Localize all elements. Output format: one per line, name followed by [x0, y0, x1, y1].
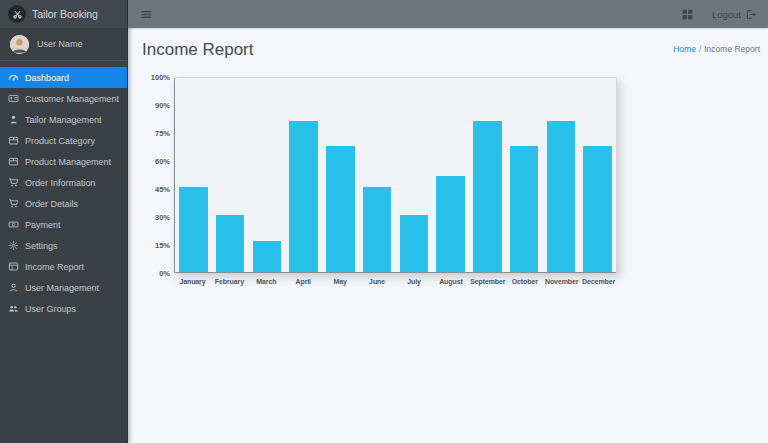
- cart-icon: [8, 177, 19, 188]
- bar-slot: [175, 78, 212, 272]
- sidebar-menu: DashboardCustomer ManagementTailor Manag…: [0, 61, 127, 325]
- breadcrumb: Home/Income Report: [673, 44, 760, 54]
- dashboard-icon: [8, 72, 19, 83]
- y-axis-tick: 75%: [155, 129, 170, 138]
- logout-button[interactable]: Logout: [712, 9, 756, 20]
- page-title: Income Report: [142, 40, 254, 60]
- x-axis-label: May: [322, 278, 359, 285]
- x-axis-label: December: [580, 278, 617, 285]
- y-axis-tick: 90%: [155, 101, 170, 110]
- bar-slot: [249, 78, 286, 272]
- bar-slot: [579, 78, 616, 272]
- box-icon: [8, 156, 19, 167]
- tailor-icon: [8, 114, 19, 125]
- logout-icon: [745, 9, 756, 20]
- sidebar-item-product-category[interactable]: Product Category: [0, 130, 127, 151]
- bar-slot: [469, 78, 506, 272]
- bar-slot: [212, 78, 249, 272]
- report-icon: [8, 261, 19, 272]
- sidebar-item-label: User Management: [25, 283, 99, 293]
- gear-icon: [8, 240, 19, 251]
- x-axis-label: October: [506, 278, 543, 285]
- sidebar-item-tailor-management[interactable]: Tailor Management: [0, 109, 127, 130]
- breadcrumb-home-link[interactable]: Home: [673, 44, 696, 54]
- sidebar-item-label: Payment: [25, 220, 61, 230]
- chart-plot-area: [174, 77, 617, 273]
- sidebar-item-order-details[interactable]: Order Details: [0, 193, 127, 214]
- bar-slot: [506, 78, 543, 272]
- bar-august: [436, 176, 465, 272]
- sidebar-item-label: Income Report: [25, 262, 84, 272]
- sidebar-item-label: User Groups: [25, 304, 76, 314]
- bar-slot: [396, 78, 433, 272]
- y-axis: 0%15%30%45%60%75%90%100%: [140, 77, 170, 273]
- y-axis-tick: 60%: [155, 157, 170, 166]
- sidebar-item-label: Product Category: [25, 136, 95, 146]
- bar-september: [473, 121, 502, 273]
- bar-march: [253, 241, 282, 272]
- sidebar-item-user-management[interactable]: User Management: [0, 277, 127, 298]
- hamburger-icon[interactable]: [140, 8, 153, 21]
- sidebar-item-label: Order Details: [25, 199, 78, 209]
- sidebar-item-label: Product Management: [25, 157, 111, 167]
- sidebar-item-product-management[interactable]: Product Management: [0, 151, 127, 172]
- app-title: Tailor Booking: [32, 8, 98, 20]
- money-icon: [8, 219, 19, 230]
- main-area: Logout Income Report Home/Income Report …: [128, 0, 768, 443]
- bar-december: [583, 146, 612, 272]
- sidebar-item-customer-management[interactable]: Customer Management: [0, 88, 127, 109]
- bar-april: [289, 121, 318, 273]
- x-axis-label: July: [396, 278, 433, 285]
- x-axis-label: September: [469, 278, 506, 285]
- bar-may: [326, 146, 355, 272]
- avatar: [10, 35, 29, 54]
- y-axis-tick: 100%: [151, 73, 170, 82]
- grid-icon[interactable]: [681, 8, 694, 21]
- sidebar-item-user-groups[interactable]: User Groups: [0, 298, 127, 319]
- bar-slot: [285, 78, 322, 272]
- x-axis-label: November: [543, 278, 580, 285]
- bar-july: [400, 215, 429, 272]
- sidebar-item-payment[interactable]: Payment: [0, 214, 127, 235]
- bar-slot: [432, 78, 469, 272]
- sidebar-item-settings[interactable]: Settings: [0, 235, 127, 256]
- breadcrumb-current: Income Report: [704, 44, 760, 54]
- sidebar-item-label: Order Information: [25, 178, 96, 188]
- content-header: Income Report Home/Income Report: [140, 36, 762, 60]
- box-icon: [8, 135, 19, 146]
- x-axis: JanuaryFebruaryMarchAprilMayJuneJulyAugu…: [174, 278, 617, 285]
- x-axis-label: March: [248, 278, 285, 285]
- bar-january: [179, 187, 208, 272]
- sidebar-item-dashboard[interactable]: Dashboard: [0, 67, 127, 88]
- sidebar: Tailor Booking User Name DashboardCustom…: [0, 0, 128, 443]
- content: Income Report Home/Income Report 0%15%30…: [128, 28, 768, 443]
- id-card-icon: [8, 93, 19, 104]
- scissors-icon: [8, 5, 26, 23]
- sidebar-item-label: Customer Management: [25, 94, 119, 104]
- users-icon: [8, 303, 19, 314]
- bar-november: [547, 121, 576, 273]
- user-icon: [8, 282, 19, 293]
- y-axis-tick: 0%: [159, 269, 170, 278]
- y-axis-tick: 45%: [155, 185, 170, 194]
- cart-icon: [8, 198, 19, 209]
- sidebar-item-label: Tailor Management: [25, 115, 102, 125]
- user-name: User Name: [37, 39, 83, 49]
- y-axis-tick: 15%: [155, 241, 170, 250]
- y-axis-tick: 30%: [155, 213, 170, 222]
- topbar: Logout: [128, 0, 768, 28]
- sidebar-item-income-report[interactable]: Income Report: [0, 256, 127, 277]
- bar-june: [363, 187, 392, 272]
- bar-slot: [543, 78, 580, 272]
- x-axis-label: February: [211, 278, 248, 285]
- x-axis-label: August: [432, 278, 469, 285]
- sidebar-item-order-information[interactable]: Order Information: [0, 172, 127, 193]
- x-axis-label: June: [359, 278, 396, 285]
- logout-label: Logout: [712, 9, 741, 20]
- bar-february: [216, 215, 245, 272]
- sidebar-item-label: Settings: [25, 241, 58, 251]
- topbar-right: Logout: [681, 8, 756, 21]
- brand-header[interactable]: Tailor Booking: [0, 0, 127, 28]
- user-panel[interactable]: User Name: [0, 28, 127, 61]
- x-axis-label: January: [174, 278, 211, 285]
